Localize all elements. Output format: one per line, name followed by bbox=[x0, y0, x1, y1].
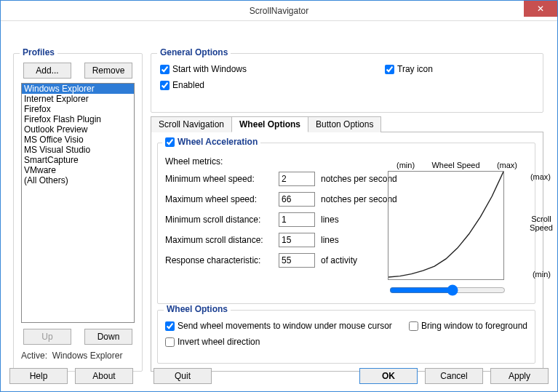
enabled-checkbox[interactable]: Enabled bbox=[160, 80, 534, 90]
metric-input[interactable] bbox=[279, 253, 315, 268]
chart-top-mid: Wheel Speed bbox=[431, 161, 479, 169]
wheel-acceleration-title: Wheel Acceleration bbox=[178, 137, 258, 147]
tabstrip: Scroll NavigationWheel OptionsButton Opt… bbox=[151, 116, 543, 132]
metric-label: Minimum wheel speed: bbox=[165, 174, 274, 184]
invert-wheel-checkbox[interactable]: Invert wheel direction bbox=[165, 337, 527, 347]
metric-unit: lines bbox=[321, 235, 339, 245]
cancel-button[interactable]: Cancel bbox=[425, 368, 483, 384]
metric-unit: of activity bbox=[321, 255, 357, 265]
metric-unit: notches per second bbox=[321, 174, 397, 184]
titlebar: ScrollNavigator ✕ bbox=[1, 1, 557, 21]
ok-button[interactable]: OK bbox=[359, 368, 418, 384]
general-options-group: General Options Start with Windows Tray … bbox=[151, 53, 543, 113]
chart-side-max: (max) bbox=[530, 172, 551, 181]
metric-label: Minimum scroll distance: bbox=[165, 215, 274, 225]
chart-top-min: (min) bbox=[396, 161, 415, 169]
active-label: Active: bbox=[21, 351, 47, 361]
list-item[interactable]: Firefox Flash Plugin bbox=[22, 114, 134, 124]
profiles-title: Profiles bbox=[20, 47, 57, 57]
list-item[interactable]: (All Others) bbox=[22, 175, 134, 185]
down-button[interactable]: Down bbox=[84, 329, 132, 345]
wheel-acceleration-legend: Wheel Acceleration bbox=[162, 137, 260, 147]
metric-label: Maximum wheel speed: bbox=[165, 194, 274, 204]
bring-foreground-label: Bring window to foreground bbox=[421, 321, 527, 331]
metric-unit: notches per second bbox=[321, 194, 397, 204]
list-item[interactable]: Outlook Preview bbox=[22, 124, 134, 135]
metric-unit: lines bbox=[321, 215, 339, 225]
metric-input[interactable] bbox=[279, 192, 315, 207]
bring-foreground-input[interactable] bbox=[409, 321, 418, 331]
response-chart bbox=[388, 171, 504, 280]
list-item[interactable]: Windows Explorer bbox=[22, 84, 134, 94]
wheel-acceleration-checkbox[interactable]: Wheel Acceleration bbox=[165, 137, 258, 147]
invert-wheel-label: Invert wheel direction bbox=[178, 337, 260, 347]
profiles-group: Profiles Add... Remove Windows ExplorerI… bbox=[13, 53, 143, 372]
response-slider[interactable] bbox=[389, 284, 506, 296]
chart-side-mid: Scroll Speed bbox=[529, 215, 554, 232]
start-with-windows-checkbox[interactable]: Start with Windows bbox=[160, 64, 247, 74]
content-area: ScrollNavigator V5.0.0 Copyright © DeskS… bbox=[1, 21, 557, 391]
send-under-cursor-label: Send wheel movements to window under mou… bbox=[178, 321, 392, 331]
tray-icon-input[interactable] bbox=[385, 65, 394, 74]
start-with-windows-label: Start with Windows bbox=[172, 64, 247, 74]
add-button[interactable]: Add... bbox=[23, 63, 71, 79]
tabs-container: Scroll NavigationWheel OptionsButton Opt… bbox=[151, 116, 543, 372]
quit-button[interactable]: Quit bbox=[154, 368, 212, 384]
active-value: Windows Explorer bbox=[52, 351, 123, 361]
tray-icon-checkbox[interactable]: Tray icon bbox=[385, 64, 433, 74]
up-button[interactable]: Up bbox=[23, 329, 71, 345]
wheel-acceleration-input[interactable] bbox=[165, 137, 175, 147]
metric-label: Maximum scroll distance: bbox=[165, 235, 274, 245]
list-item[interactable]: Firefox bbox=[22, 104, 134, 114]
list-item[interactable]: MS Visual Studio bbox=[22, 145, 134, 155]
tabpanel-wheel-options: Wheel Acceleration Wheel metrics: Minimu… bbox=[151, 132, 543, 372]
list-item[interactable]: SmartCapture bbox=[22, 155, 134, 165]
wheel-acceleration-group: Wheel Acceleration Wheel metrics: Minimu… bbox=[157, 143, 535, 304]
bottom-button-row: Help About Quit OK Cancel Apply bbox=[9, 368, 549, 384]
send-under-cursor-input[interactable] bbox=[165, 321, 175, 331]
tab-wheel-options[interactable]: Wheel Options bbox=[231, 116, 308, 132]
window-title: ScrollNavigator bbox=[250, 6, 308, 16]
tab-scroll-navigation[interactable]: Scroll Navigation bbox=[151, 116, 232, 132]
metric-input[interactable] bbox=[279, 172, 315, 186]
app-window: ScrollNavigator ✕ ScrollNavigator V5.0.0… bbox=[0, 0, 558, 392]
send-under-cursor-checkbox[interactable]: Send wheel movements to window under mou… bbox=[165, 321, 392, 331]
chart-side-min: (min) bbox=[533, 270, 551, 279]
invert-wheel-input[interactable] bbox=[165, 337, 175, 347]
bring-foreground-checkbox[interactable]: Bring window to foreground bbox=[409, 321, 527, 331]
metric-input[interactable] bbox=[279, 212, 315, 227]
start-with-windows-input[interactable] bbox=[160, 65, 170, 74]
active-profile-line: Active: Windows Explorer bbox=[21, 351, 135, 361]
list-item[interactable]: Internet Explorer bbox=[22, 94, 134, 104]
list-item[interactable]: VMware bbox=[22, 165, 134, 175]
close-button[interactable]: ✕ bbox=[524, 1, 557, 17]
tray-icon-label: Tray icon bbox=[397, 64, 433, 74]
enabled-label: Enabled bbox=[172, 80, 204, 90]
general-title: General Options bbox=[157, 47, 231, 57]
metric-input[interactable] bbox=[279, 233, 315, 247]
enabled-input[interactable] bbox=[160, 81, 170, 90]
remove-button[interactable]: Remove bbox=[84, 63, 132, 79]
apply-button[interactable]: Apply bbox=[490, 368, 549, 384]
list-item[interactable]: MS Office Visio bbox=[22, 135, 134, 145]
wheel-options-group: Wheel Options Send wheel movements to wi… bbox=[157, 310, 535, 364]
chart-area: (min) Wheel Speed (max) (max) Scroll Spe… bbox=[388, 161, 526, 298]
profiles-list[interactable]: Windows ExplorerInternet ExplorerFirefox… bbox=[21, 83, 135, 323]
about-button[interactable]: About bbox=[75, 368, 133, 384]
chart-top-max: (max) bbox=[497, 161, 517, 169]
tab-button-options[interactable]: Button Options bbox=[308, 116, 381, 132]
help-button[interactable]: Help bbox=[9, 368, 68, 384]
metric-label: Response characteristic: bbox=[165, 255, 274, 265]
wheel-options-title: Wheel Options bbox=[164, 304, 231, 314]
